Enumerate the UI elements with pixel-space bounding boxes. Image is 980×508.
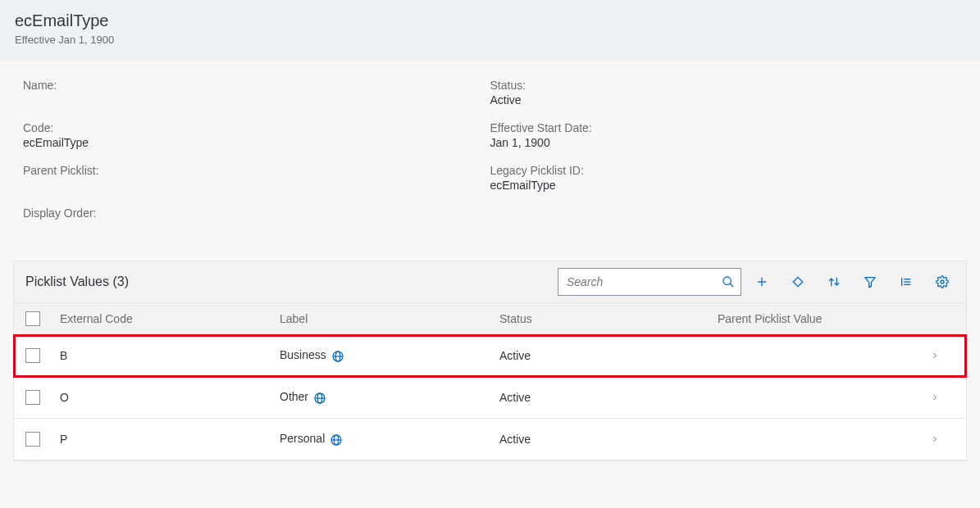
col-header-parent[interactable]: Parent Picklist Value <box>718 312 930 325</box>
page-header: ecEmailType Effective Jan 1, 1900 <box>0 0 980 61</box>
cell-external-code: O <box>60 391 280 404</box>
svg-rect-4 <box>793 277 802 286</box>
add-icon[interactable] <box>754 274 769 289</box>
picklist-values-table: Picklist Values (3) <box>13 261 967 461</box>
eff-start-label: Effective Start Date: <box>490 121 958 134</box>
table-header-row: External Code Label Status Parent Pickli… <box>14 303 966 335</box>
col-header-status[interactable]: Status <box>499 312 718 325</box>
table-toolbar: Picklist Values (3) <box>14 261 966 303</box>
svg-point-0 <box>723 277 731 284</box>
details-panel: Name: Status: Active Code: ecEmailType E… <box>0 61 980 261</box>
diamond-icon[interactable] <box>791 274 805 289</box>
cell-status: Active <box>499 349 718 362</box>
globe-icon[interactable] <box>313 392 326 405</box>
row-checkbox[interactable] <box>25 432 40 447</box>
chevron-right-icon[interactable] <box>930 392 955 402</box>
page-title: ecEmailType <box>15 11 965 30</box>
eff-start-value: Jan 1, 1900 <box>490 136 958 149</box>
cell-external-code: B <box>60 349 280 362</box>
list-icon[interactable] <box>899 274 914 289</box>
parent-label: Parent Picklist: <box>23 164 490 177</box>
gear-icon[interactable] <box>935 274 950 289</box>
search-icon[interactable] <box>720 274 736 290</box>
row-checkbox[interactable] <box>25 348 40 363</box>
table-title: Picklist Values (3) <box>25 274 558 289</box>
table-row[interactable]: PPersonalActive <box>14 419 966 460</box>
svg-point-9 <box>941 280 944 283</box>
table-row[interactable]: BBusinessActive <box>14 335 966 377</box>
cell-status: Active <box>499 433 718 446</box>
code-value: ecEmailType <box>23 136 490 149</box>
row-checkbox[interactable] <box>25 390 40 405</box>
select-all-checkbox[interactable] <box>25 311 40 326</box>
globe-icon[interactable] <box>331 350 344 363</box>
display-order-label: Display Order: <box>23 206 490 220</box>
col-header-label[interactable]: Label <box>280 312 499 325</box>
svg-line-1 <box>730 283 733 287</box>
cell-external-code: P <box>60 433 280 446</box>
col-header-external-code[interactable]: External Code <box>60 312 280 325</box>
legacy-label: Legacy Picklist ID: <box>490 164 958 177</box>
page-subtitle: Effective Jan 1, 1900 <box>15 34 965 46</box>
cell-label: Business <box>280 348 499 362</box>
cell-label: Personal <box>280 432 499 446</box>
table-row[interactable]: OOtherActive <box>14 377 966 419</box>
cell-label: Other <box>280 390 499 404</box>
globe-icon[interactable] <box>330 433 343 447</box>
search-input[interactable] <box>558 268 741 296</box>
filter-icon[interactable] <box>863 274 877 289</box>
name-label: Name: <box>23 79 490 92</box>
code-label: Code: <box>23 121 490 134</box>
sort-icon[interactable] <box>827 274 841 289</box>
svg-marker-5 <box>865 278 875 288</box>
cell-status: Active <box>499 391 718 404</box>
status-value: Active <box>490 93 958 107</box>
chevron-right-icon[interactable] <box>930 351 955 361</box>
legacy-value: ecEmailType <box>490 179 958 192</box>
chevron-right-icon[interactable] <box>930 434 955 444</box>
status-label: Status: <box>490 79 958 92</box>
